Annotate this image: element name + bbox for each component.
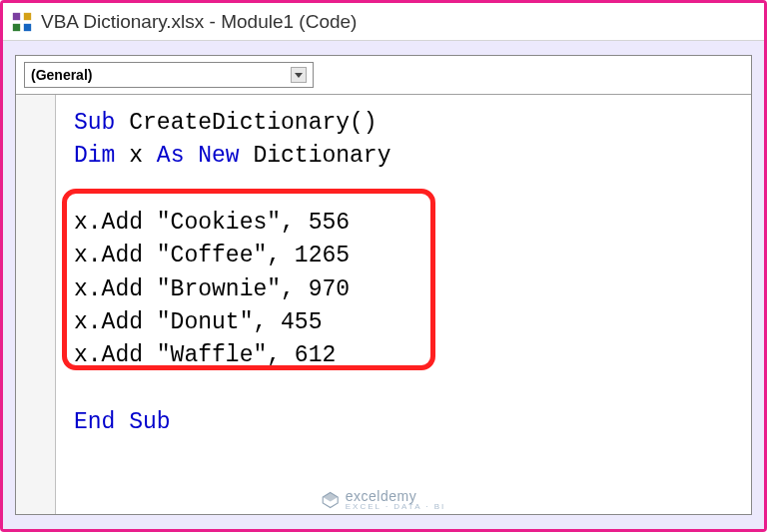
code-line bbox=[74, 373, 733, 406]
svg-marker-5 bbox=[323, 492, 338, 501]
code-line: x.Add "Brownie", 970 bbox=[74, 273, 733, 306]
svg-rect-3 bbox=[24, 23, 31, 30]
vba-editor-window: VBA Dictionary.xlsx - Module1 (Code) (Ge… bbox=[3, 3, 764, 529]
code-line: x.Add "Coffee", 1265 bbox=[74, 240, 733, 272]
code-area: Sub CreateDictionary()Dim x As New Dicti… bbox=[16, 94, 751, 514]
titlebar: VBA Dictionary.xlsx - Module1 (Code) bbox=[3, 3, 764, 41]
scope-dropdown[interactable]: (General) bbox=[24, 62, 314, 88]
svg-rect-2 bbox=[13, 23, 20, 30]
code-line: x.Add "Cookies", 556 bbox=[74, 207, 733, 240]
code-line: End Sub bbox=[74, 406, 733, 439]
code-line bbox=[74, 174, 733, 207]
code-line: Dim x As New Dictionary bbox=[74, 140, 733, 173]
code-line: x.Add "Waffle", 612 bbox=[74, 339, 733, 372]
code-line: x.Add "Donut", 455 bbox=[74, 306, 733, 339]
scope-dropdown-value: (General) bbox=[31, 67, 92, 83]
svg-rect-0 bbox=[13, 12, 20, 19]
content-area: (General) Sub CreateDictionary()Dim x As… bbox=[3, 41, 764, 529]
watermark-icon bbox=[322, 491, 340, 509]
watermark: exceldemy EXCEL · DATA · BI bbox=[322, 488, 446, 511]
dropdown-bar: (General) bbox=[16, 56, 751, 94]
window-title: VBA Dictionary.xlsx - Module1 (Code) bbox=[41, 11, 357, 33]
svg-rect-1 bbox=[24, 12, 31, 19]
vba-app-icon bbox=[11, 11, 33, 33]
chevron-down-icon bbox=[291, 67, 307, 83]
code-line: Sub CreateDictionary() bbox=[74, 107, 733, 140]
code-pane[interactable]: Sub CreateDictionary()Dim x As New Dicti… bbox=[56, 95, 751, 514]
module-frame: (General) Sub CreateDictionary()Dim x As… bbox=[15, 55, 752, 515]
watermark-sub: EXCEL · DATA · BI bbox=[346, 502, 446, 511]
code-gutter bbox=[16, 95, 56, 514]
